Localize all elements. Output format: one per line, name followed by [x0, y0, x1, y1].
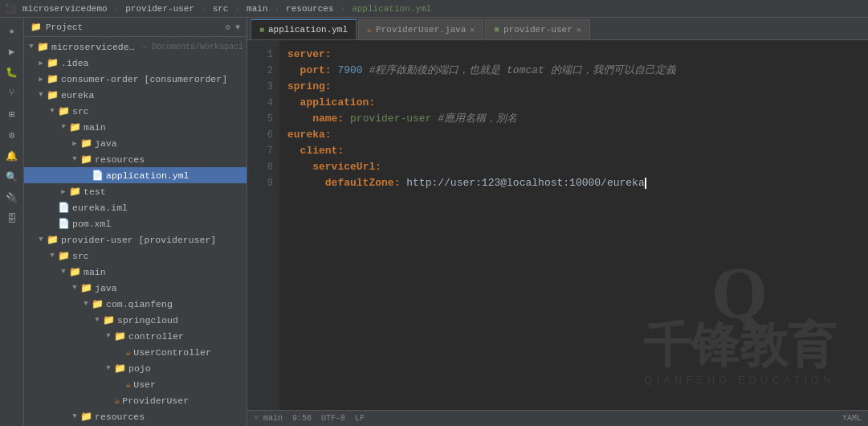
debug-icon[interactable]: 🐛 [2, 63, 22, 82]
database-icon[interactable]: 🗄 [2, 209, 22, 228]
tree-item-eureka-java[interactable]: ▶ 📁 java [24, 135, 247, 151]
line-separator: LF [355, 414, 365, 423]
tree-item-provider-main[interactable]: ▼ 📁 main [24, 264, 247, 280]
tree-item-eureka-main[interactable]: ▼ 📁 main [24, 119, 247, 135]
topbar-item-src[interactable]: src [213, 4, 229, 14]
code-line-7: client: [287, 143, 862, 159]
module-icon: ■ [494, 25, 499, 35]
code-line-5: name: provider-user #應用名稱，別名 [287, 111, 862, 127]
left-strip: ★ ▶ 🐛 ⑂ ⊞ ⚙ 🔔 🔍 🔌 🗄 [0, 18, 24, 426]
line-numbers: 1 2 3 4 5 6 7 8 9 [247, 40, 279, 410]
tab-bar: ■ application.yml ☕ ProviderUser.java ✕ … [247, 18, 868, 40]
bottom-bar: ⑂ main 9:56 UTF-8 LF YAML [247, 410, 868, 426]
code-editor[interactable]: server: port: 7900 #程序啟動後的端口，也就是 tomcat … [279, 40, 868, 410]
topbar-icon-micro: ⬛ [5, 3, 16, 14]
topbar-item-provider[interactable]: provider-user [125, 4, 194, 14]
code-line-9: defaultZone: http://user:123@localhost:1… [287, 175, 862, 191]
tree-item-eureka-pom[interactable]: 📄 pom.xml [24, 215, 247, 231]
tab-application-yml[interactable]: ■ application.yml [251, 19, 357, 39]
favorites-icon[interactable]: ★ [2, 21, 22, 40]
code-line-3: spring: [287, 79, 862, 95]
topbar-item-resources[interactable]: resources [286, 4, 333, 14]
tree-item-provider-user[interactable]: ▼ 📁 provider-user [provideruser] [24, 231, 247, 248]
line-col: 9:56 [292, 414, 312, 423]
tree-item-idea[interactable]: ▶ 📁 .idea [24, 55, 247, 71]
java-icon: ☕ [367, 25, 372, 35]
tree-item-provider-java[interactable]: ▼ 📁 java [24, 280, 247, 296]
code-line-4: application: [287, 95, 862, 111]
project-header-actions: ⚙ ▼ [226, 23, 240, 32]
top-bar: ⬛ microservicedemo › provider-user › src… [0, 0, 868, 18]
tree-item-consumer-order[interactable]: ▶ 📁 consumer-order [consumerorder] [24, 71, 247, 87]
topbar-item-main[interactable]: main [247, 4, 267, 14]
tree-item-provider-src[interactable]: ▼ 📁 src [24, 248, 247, 264]
tree-item-provider-resources[interactable]: ▼ 📁 resources [24, 408, 247, 424]
tree-item-usercontroller[interactable]: ☕ UserController [24, 344, 247, 360]
tree-item-user[interactable]: ☕ User [24, 376, 247, 392]
project-header: 📁 Project ⚙ ▼ [24, 18, 247, 37]
project-tree: ▼ 📁 microservicedemo – Documents/Workspa… [24, 37, 247, 426]
tab-provider-user-module[interactable]: ■ provider-user ✕ [485, 19, 589, 39]
yaml-icon: ■ [259, 26, 264, 35]
run-icon[interactable]: ▶ [2, 42, 22, 61]
topbar-item-micro[interactable]: microservicedemo [22, 4, 108, 14]
settings-icon[interactable]: ⚙ [2, 125, 22, 145]
encoding: UTF-8 [321, 414, 345, 423]
code-line-6: eureka: [287, 127, 862, 143]
project-panel: 📁 Project ⚙ ▼ ▼ 📁 microservicedemo – Doc… [24, 18, 247, 426]
project-header-icon: 📁 [31, 22, 42, 32]
tree-item-controller[interactable]: ▼ 📁 controller [24, 328, 247, 344]
editor-area: ■ application.yml ☕ ProviderUser.java ✕ … [247, 18, 868, 426]
tab-provider-user-java[interactable]: ☕ ProviderUser.java ✕ [358, 19, 483, 39]
tree-item-pojo[interactable]: ▼ 📁 pojo [24, 360, 247, 376]
code-line-1: server: [287, 47, 862, 63]
project-header-label: Project [46, 23, 83, 32]
search-icon[interactable]: 🔍 [2, 167, 22, 186]
editor-content: 1 2 3 4 5 6 7 8 9 server: port: 7900 #程序… [247, 40, 868, 410]
notification-icon[interactable]: 🔔 [2, 146, 22, 166]
main-area: ★ ▶ 🐛 ⑂ ⊞ ⚙ 🔔 🔍 🔌 🗄 📁 Project ⚙ ▼ ▼ 📁 mi… [0, 18, 868, 426]
tree-item-root[interactable]: ▼ 📁 microservicedemo – Documents/Workspa… [24, 39, 247, 55]
tab-close-module[interactable]: ✕ [577, 25, 581, 35]
code-line-2: port: 7900 #程序啟動後的端口，也就是 tomcat 的端口，我們可以… [287, 63, 862, 79]
topbar-item-appyml[interactable]: application.yml [352, 4, 431, 14]
tab-close-java[interactable]: ✕ [470, 25, 475, 35]
tree-item-eureka-iml[interactable]: 📄 eureka.iml [24, 199, 247, 215]
tree-item-eureka-resources[interactable]: ▼ 📁 resources [24, 151, 247, 167]
git-icon[interactable]: ⑂ [2, 84, 22, 103]
code-line-8: serviceUrl: [287, 159, 862, 175]
file-type: YAML [842, 414, 862, 423]
tree-item-com-qianfeng[interactable]: ▼ 📁 com.qianfeng [24, 296, 247, 312]
plugin-icon[interactable]: 🔌 [2, 188, 22, 207]
tree-item-eureka[interactable]: ▼ 📁 eureka [24, 87, 247, 103]
tree-item-provider-user-class[interactable]: ☕ ProviderUser [24, 392, 247, 408]
terminal-icon[interactable]: ⊞ [2, 104, 22, 124]
tree-item-eureka-src[interactable]: ▼ 📁 src [24, 103, 247, 119]
tree-item-eureka-appyml[interactable]: 📄 application.yml [24, 167, 247, 183]
git-branch: ⑂ main [254, 414, 283, 423]
tree-item-eureka-test[interactable]: ▶ 📁 test [24, 183, 247, 199]
tree-item-springcloud[interactable]: ▼ 📁 springcloud [24, 312, 247, 328]
